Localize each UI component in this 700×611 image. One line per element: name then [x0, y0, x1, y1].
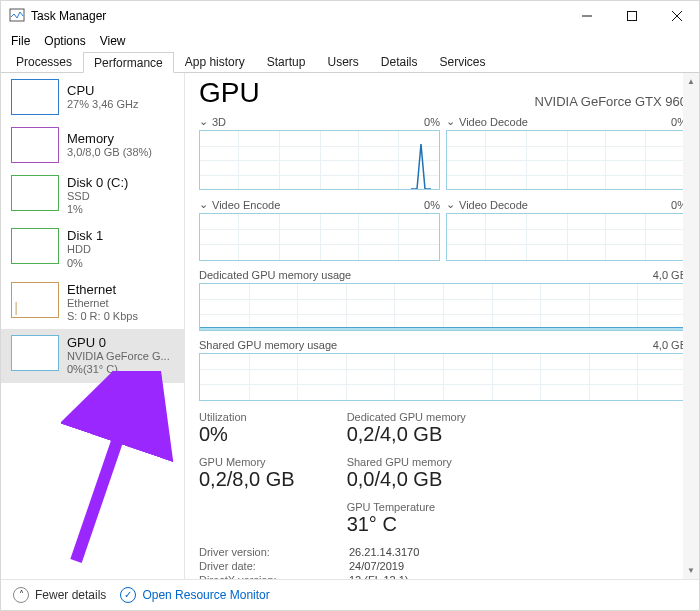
menu-view[interactable]: View [100, 34, 126, 48]
vertical-scrollbar[interactable]: ▲ ▼ [683, 73, 699, 579]
side-eth-title: Ethernet [67, 282, 138, 297]
gputemp-value: 31° C [347, 513, 466, 536]
chart-dedicated-mem [199, 283, 687, 331]
side-mem-title: Memory [67, 131, 152, 146]
side-d1-title: Disk 1 [67, 228, 103, 243]
sidebar-item-cpu[interactable]: CPU 27% 3,46 GHz [1, 73, 184, 121]
tab-performance[interactable]: Performance [83, 52, 174, 73]
chart-3d-right: 0% [424, 116, 440, 128]
dedicated-mem-right: 4,0 GB [653, 269, 687, 281]
sidebar-item-disk0[interactable]: Disk 0 (C:) SSD 1% [1, 169, 184, 222]
bottom-bar: ˄ Fewer details ✓ Open Resource Monitor [1, 579, 699, 609]
drvver-k: Driver version: [199, 546, 349, 558]
util-label: Utilization [199, 411, 295, 423]
gpumem-value: 0,2/8,0 GB [199, 468, 295, 491]
ethernet-thumb-icon [11, 282, 59, 318]
sidebar-item-gpu0[interactable]: GPU 0 NVIDIA GeForce G... 0%(31° C) [1, 329, 184, 382]
shmem-value: 0,0/4,0 GB [347, 468, 466, 491]
shared-mem-right: 4,0 GB [653, 339, 687, 351]
chevron-down-icon[interactable]: ⌄ [446, 198, 455, 211]
dedmem-label: Dedicated GPU memory [347, 411, 466, 423]
tab-processes[interactable]: Processes [5, 51, 83, 72]
sidebar-item-disk1[interactable]: Disk 1 HDD 0% [1, 222, 184, 275]
sidebar-item-ethernet[interactable]: Ethernet Ethernet S: 0 R: 0 Kbps [1, 276, 184, 329]
titlebar[interactable]: Task Manager [1, 1, 699, 31]
chevron-down-icon[interactable]: ⌄ [199, 115, 208, 128]
chart-3d [199, 130, 440, 190]
page-title: GPU [199, 77, 260, 109]
tab-startup[interactable]: Startup [256, 51, 317, 72]
maximize-button[interactable] [609, 1, 654, 31]
tab-users[interactable]: Users [316, 51, 369, 72]
monitor-icon: ✓ [120, 587, 136, 603]
side-d0-sub2: 1% [67, 203, 128, 216]
side-mem-sub: 3,0/8,0 GB (38%) [67, 146, 152, 159]
dedmem-value: 0,2/4,0 GB [347, 423, 466, 446]
util-value: 0% [199, 423, 295, 446]
disk0-thumb-icon [11, 175, 59, 211]
window-title: Task Manager [31, 9, 106, 23]
scroll-up-icon[interactable]: ▲ [687, 73, 695, 90]
chart-shared-mem [199, 353, 687, 401]
cpu-thumb-icon [11, 79, 59, 115]
side-gpu-title: GPU 0 [67, 335, 170, 350]
shared-mem-label: Shared GPU memory usage [199, 339, 337, 351]
tab-details[interactable]: Details [370, 51, 429, 72]
perf-sidebar: CPU 27% 3,46 GHz Memory 3,0/8,0 GB (38%)… [1, 73, 185, 579]
dxver-k: DirectX version: [199, 574, 349, 579]
side-d0-title: Disk 0 (C:) [67, 175, 128, 190]
dxver-v: 12 (FL 12.1) [349, 574, 409, 579]
menu-options[interactable]: Options [44, 34, 85, 48]
app-icon [9, 8, 25, 24]
fewer-details-button[interactable]: ˄ Fewer details [13, 587, 106, 603]
chart-3d-label: 3D [212, 116, 226, 128]
chevron-up-circle-icon: ˄ [13, 587, 29, 603]
chevron-down-icon[interactable]: ⌄ [199, 198, 208, 211]
gpu-thumb-icon [11, 335, 59, 371]
side-gpu-sub1: NVIDIA GeForce G... [67, 350, 170, 363]
open-resource-monitor-link[interactable]: ✓ Open Resource Monitor [120, 587, 269, 603]
shmem-label: Shared GPU memory [347, 456, 466, 468]
chart-vd1-label: Video Decode [459, 116, 528, 128]
minimize-button[interactable] [564, 1, 609, 31]
drvdate-k: Driver date: [199, 560, 349, 572]
side-gpu-sub2: 0%(31° C) [67, 363, 170, 376]
side-d1-sub2: 0% [67, 257, 103, 270]
perf-main: GPU NVIDIA GeForce GTX 960 ⌄ 3D 0% ⌄ [185, 73, 699, 579]
close-button[interactable] [654, 1, 699, 31]
drvdate-v: 24/07/2019 [349, 560, 404, 572]
menu-bar: File Options View [1, 31, 699, 51]
chart-video-encode [199, 213, 440, 261]
scroll-down-icon[interactable]: ▼ [687, 562, 695, 579]
chevron-down-icon[interactable]: ⌄ [446, 115, 455, 128]
side-d0-sub1: SSD [67, 190, 128, 203]
tab-strip: Processes Performance App history Startu… [1, 51, 699, 73]
dedicated-mem-label: Dedicated GPU memory usage [199, 269, 351, 281]
side-cpu-sub: 27% 3,46 GHz [67, 98, 139, 111]
chart-ve-right: 0% [424, 199, 440, 211]
sidebar-item-memory[interactable]: Memory 3,0/8,0 GB (38%) [1, 121, 184, 169]
gpu-device-name: NVIDIA GeForce GTX 960 [535, 94, 687, 109]
chart-video-decode-2 [446, 213, 687, 261]
tab-apphistory[interactable]: App history [174, 51, 256, 72]
chart-ve-label: Video Encode [212, 199, 280, 211]
chart-vd2-label: Video Decode [459, 199, 528, 211]
side-eth-sub2: S: 0 R: 0 Kbps [67, 310, 138, 323]
svg-rect-2 [627, 12, 636, 21]
side-cpu-title: CPU [67, 83, 139, 98]
tab-services[interactable]: Services [429, 51, 497, 72]
gpumem-label: GPU Memory [199, 456, 295, 468]
side-d1-sub1: HDD [67, 243, 103, 256]
disk1-thumb-icon [11, 228, 59, 264]
side-eth-sub1: Ethernet [67, 297, 138, 310]
gputemp-label: GPU Temperature [347, 501, 466, 513]
chart-video-decode-1 [446, 130, 687, 190]
drvver-v: 26.21.14.3170 [349, 546, 419, 558]
menu-file[interactable]: File [11, 34, 30, 48]
memory-thumb-icon [11, 127, 59, 163]
